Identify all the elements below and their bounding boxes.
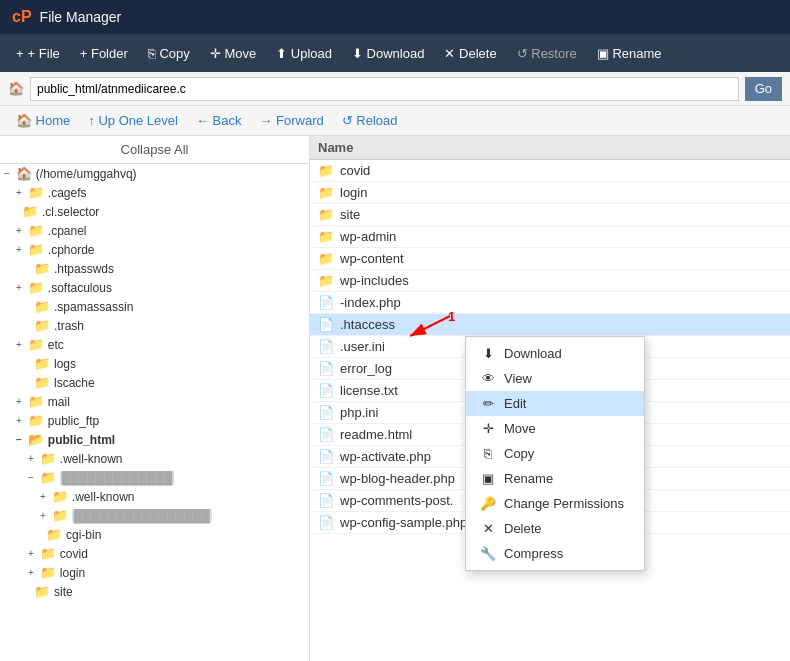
- ctx-edit[interactable]: ✏ Edit: [466, 391, 644, 416]
- cpanel-logo: cP: [12, 8, 32, 26]
- tree-label-public-ftp: public_ftp: [48, 414, 99, 428]
- download-button[interactable]: ⬇ Download: [344, 42, 432, 65]
- collapse-all-button[interactable]: Collapse All: [0, 136, 309, 164]
- path-input[interactable]: [30, 77, 739, 101]
- file-name: wp-comments-post.: [340, 493, 453, 508]
- tree-item-logs[interactable]: 📁 logs: [0, 354, 309, 373]
- tree-label-softaculous: .softaculous: [48, 281, 112, 295]
- file-icon: 📄: [318, 339, 334, 354]
- table-row[interactable]: 📁 site: [310, 204, 790, 226]
- tree-item-site[interactable]: 📁 site: [0, 582, 309, 601]
- file-name: wp-config-sample.php: [340, 515, 467, 530]
- folder-tree-icon: 📁: [46, 527, 62, 542]
- tree-item-cphorde[interactable]: + 📁 .cphorde: [0, 240, 309, 259]
- ctx-move[interactable]: ✛ Move: [466, 416, 644, 441]
- address-bar: 🏠 Go: [0, 72, 790, 106]
- tree-item-lscache[interactable]: 📁 lscache: [0, 373, 309, 392]
- tree-item-spamassassin[interactable]: 📁 .spamassassin: [0, 297, 309, 316]
- tree-item-well-known-2[interactable]: + 📁 .well-known: [0, 487, 309, 506]
- toolbar: + + File + Folder ⎘ Copy ✛ Move ⬆ Upload…: [0, 34, 790, 72]
- tree-item-etc[interactable]: + 📁 etc: [0, 335, 309, 354]
- tree-item-htpasswds[interactable]: 📁 .htpasswds: [0, 259, 309, 278]
- home-icon-small: 🏠: [8, 81, 24, 96]
- ctx-label: Delete: [504, 521, 542, 536]
- folder-tree-icon: 📁: [40, 565, 56, 580]
- file-icon: 📁: [318, 185, 334, 200]
- tree-item-root[interactable]: − 🏠 (/home/umggahvq): [0, 164, 309, 183]
- restore-button[interactable]: ↺ Restore: [509, 42, 585, 65]
- tree-item-public-ftp[interactable]: + 📁 public_ftp: [0, 411, 309, 430]
- home-nav-button[interactable]: 🏠 Home: [8, 110, 78, 131]
- ctx-icon: ⬇: [480, 346, 496, 361]
- go-button[interactable]: Go: [745, 77, 782, 101]
- tree-item-cpanel[interactable]: + 📁 .cpanel: [0, 221, 309, 240]
- tree-item-gray-folder-2[interactable]: + 📁 ████████████████: [0, 506, 309, 525]
- tree-item-softaculous[interactable]: + 📁 .softaculous: [0, 278, 309, 297]
- reload-button[interactable]: ↺ Reload: [334, 110, 406, 131]
- ctx-view[interactable]: 👁 View: [466, 366, 644, 391]
- ctx-delete[interactable]: ✕ Delete: [466, 516, 644, 541]
- tree-item-mail[interactable]: + 📁 mail: [0, 392, 309, 411]
- ctx-compress[interactable]: 🔧 Compress: [466, 541, 644, 566]
- file-icon: 📄: [318, 427, 334, 442]
- tree-item-cgi-bin[interactable]: 📁 cgi-bin: [0, 525, 309, 544]
- ctx-label: View: [504, 371, 532, 386]
- tree-label-etc: etc: [48, 338, 64, 352]
- forward-button[interactable]: → Forward: [251, 110, 331, 131]
- copy-button[interactable]: ⎘ Copy: [140, 42, 198, 65]
- table-row[interactable]: 📄 -index.php: [310, 292, 790, 314]
- file-button[interactable]: + + File: [8, 42, 68, 65]
- gray-folder-icon: 📁: [40, 470, 56, 485]
- file-name: wp-admin: [340, 229, 396, 244]
- delete-button[interactable]: ✕ Delete: [436, 42, 504, 65]
- ctx-download[interactable]: ⬇ Download: [466, 341, 644, 366]
- ctx-icon: 🔧: [480, 546, 496, 561]
- file-icon: 📄: [318, 361, 334, 376]
- ctx-permissions[interactable]: 🔑 Change Permissions: [466, 491, 644, 516]
- tree-label-mail: mail: [48, 395, 70, 409]
- table-row[interactable]: 📁 wp-includes: [310, 270, 790, 292]
- table-row[interactable]: 📄 .htaccess: [310, 314, 790, 336]
- rename-button[interactable]: ▣ Rename: [589, 42, 670, 65]
- tree-item-covid[interactable]: + 📁 covid: [0, 544, 309, 563]
- home-nav-label: 🏠 Home: [16, 113, 70, 128]
- tree-label-lscache: lscache: [54, 376, 95, 390]
- tree-item-clselector[interactable]: 📁 .cl.selector: [0, 202, 309, 221]
- ctx-rename[interactable]: ▣ Rename: [466, 466, 644, 491]
- file-name: license.txt: [340, 383, 398, 398]
- tree-item-public-html[interactable]: − 📂 public_html: [0, 430, 309, 449]
- toggle-icon: +: [28, 453, 34, 464]
- file-icon: 📄: [318, 449, 334, 464]
- tree-label-root: (/home/umggahvq): [36, 167, 137, 181]
- upload-button[interactable]: ⬆ Upload: [268, 42, 340, 65]
- back-button[interactable]: ← Back: [188, 110, 250, 131]
- table-row[interactable]: 📁 wp-admin: [310, 226, 790, 248]
- back-label: ← Back: [196, 113, 242, 128]
- app-title: File Manager: [40, 9, 122, 25]
- tree-label-spamassassin: .spamassassin: [54, 300, 133, 314]
- file-name: covid: [340, 163, 370, 178]
- up-one-level-button[interactable]: ↑ Up One Level: [80, 110, 186, 131]
- table-row[interactable]: 📁 login: [310, 182, 790, 204]
- tree-item-cagefs[interactable]: + 📁 .cagefs: [0, 183, 309, 202]
- tree-label-gray-2: ████████████████: [72, 509, 212, 523]
- tree-item-trash[interactable]: 📁 .trash: [0, 316, 309, 335]
- toggle-icon: +: [16, 244, 22, 255]
- ctx-copy[interactable]: ⎘ Copy: [466, 441, 644, 466]
- upload-btn-label: ⬆ Upload: [276, 46, 332, 61]
- move-button[interactable]: ✛ Move: [202, 42, 264, 65]
- ctx-icon: ⎘: [480, 446, 496, 461]
- ctx-label: Copy: [504, 446, 534, 461]
- tree-item-well-known-1[interactable]: + 📁 .well-known: [0, 449, 309, 468]
- table-row[interactable]: 📁 covid: [310, 160, 790, 182]
- tree-label-site: site: [54, 585, 73, 599]
- file-btn-label: + File: [28, 46, 60, 61]
- left-panel: Collapse All − 🏠 (/home/umggahvq) + 📁 .c…: [0, 136, 310, 661]
- tree-item-gray-folder-1[interactable]: − 📁 █████████████: [0, 468, 309, 487]
- toggle-icon: +: [16, 282, 22, 293]
- main-content: Collapse All − 🏠 (/home/umggahvq) + 📁 .c…: [0, 136, 790, 661]
- table-row[interactable]: 📁 wp-content: [310, 248, 790, 270]
- toggle-icon: −: [28, 472, 34, 483]
- folder-button[interactable]: + Folder: [72, 42, 136, 65]
- tree-item-login[interactable]: + 📁 login: [0, 563, 309, 582]
